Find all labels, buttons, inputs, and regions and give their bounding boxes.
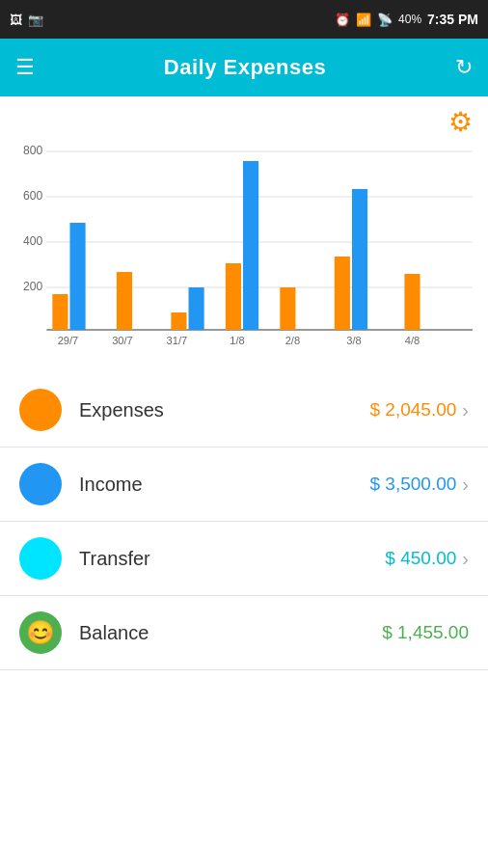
income-icon — [19, 463, 62, 505]
income-label: Income — [79, 474, 370, 496]
expenses-icon — [19, 389, 62, 431]
svg-text:31/7: 31/7 — [167, 335, 188, 346]
svg-rect-9 — [52, 294, 68, 330]
svg-rect-20 — [280, 287, 295, 330]
chart-area: 800 600 400 200 29/7 30/7 31/7 — [15, 142, 473, 354]
alarm-icon: ⏰ — [335, 13, 350, 27]
smiley-icon: 😊 — [26, 619, 55, 646]
transfer-icon — [19, 537, 62, 580]
status-bar: 🖼 📷 ⏰ 📶 📡 40% 7:35 PM — [0, 0, 488, 39]
refresh-icon[interactable]: ↻ — [455, 55, 473, 80]
svg-text:400: 400 — [23, 234, 42, 248]
svg-rect-22 — [335, 257, 350, 330]
balance-amount: $ 1,455.00 — [382, 622, 469, 643]
notification-icon: 🖼 — [10, 13, 22, 27]
summary-list: Expenses $ 2,045.00 › Income $ 3,500.00 … — [0, 373, 488, 670]
svg-rect-18 — [243, 161, 258, 330]
balance-label: Balance — [79, 622, 382, 644]
income-row[interactable]: Income $ 3,500.00 › — [0, 448, 488, 522]
signal-icon: 📡 — [377, 13, 393, 27]
svg-text:600: 600 — [23, 189, 42, 203]
svg-text:1/8: 1/8 — [230, 335, 244, 346]
svg-rect-14 — [171, 312, 186, 330]
expenses-label: Expenses — [79, 399, 370, 421]
svg-rect-15 — [189, 287, 204, 330]
chart-container: 800 600 400 200 29/7 30/7 31/7 — [0, 142, 488, 364]
svg-text:2/8: 2/8 — [285, 335, 300, 346]
app-bar: ☰ Daily Expenses ↻ — [0, 39, 488, 96]
svg-rect-10 — [69, 223, 85, 330]
svg-text:3/8: 3/8 — [346, 335, 361, 346]
income-amount: $ 3,500.00 — [370, 474, 457, 495]
menu-icon[interactable]: ☰ — [15, 55, 35, 80]
expenses-amount: $ 2,045.00 — [370, 399, 457, 420]
expenses-chevron: › — [462, 399, 469, 421]
image-icon: 📷 — [28, 13, 43, 27]
expenses-row[interactable]: Expenses $ 2,045.00 › — [0, 373, 488, 448]
svg-rect-25 — [404, 274, 420, 330]
bar-chart: 800 600 400 200 29/7 30/7 31/7 — [15, 142, 473, 354]
settings-row: ⚙ — [0, 96, 488, 142]
battery-text: 40% — [398, 13, 421, 26]
transfer-label: Transfer — [79, 548, 385, 570]
status-bar-left: 🖼 📷 — [10, 13, 43, 27]
balance-row: 😊 Balance $ 1,455.00 — [0, 596, 488, 670]
svg-rect-17 — [226, 263, 241, 330]
status-time: 7:35 PM — [427, 12, 478, 27]
svg-text:4/8: 4/8 — [405, 335, 420, 346]
gear-icon[interactable]: ⚙ — [448, 106, 473, 138]
wifi-icon: 📶 — [356, 13, 371, 27]
svg-text:29/7: 29/7 — [58, 335, 79, 346]
main-content: ⚙ 800 600 400 200 2 — [0, 96, 488, 670]
svg-text:800: 800 — [23, 144, 42, 157]
transfer-chevron: › — [462, 548, 469, 570]
svg-text:200: 200 — [23, 280, 42, 293]
income-chevron: › — [462, 474, 469, 496]
balance-icon: 😊 — [19, 611, 62, 654]
transfer-amount: $ 450.00 — [385, 548, 456, 569]
status-bar-right: ⏰ 📶 📡 40% 7:35 PM — [335, 12, 478, 27]
transfer-row[interactable]: Transfer $ 450.00 › — [0, 522, 488, 596]
svg-rect-23 — [352, 189, 367, 330]
svg-text:30/7: 30/7 — [112, 335, 133, 346]
svg-rect-12 — [117, 272, 132, 330]
page-title: Daily Expenses — [164, 55, 326, 80]
